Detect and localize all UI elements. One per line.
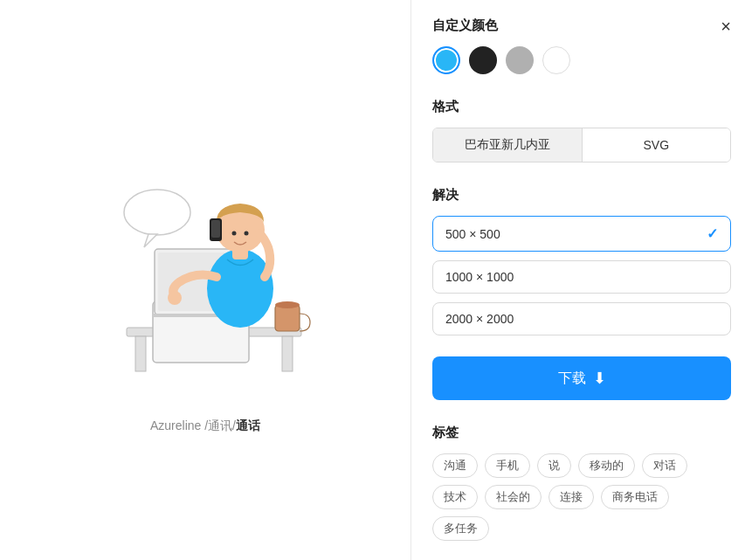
- resolution-2000-label: 2000 × 2000: [445, 312, 514, 326]
- format-btn-svg[interactable]: SVG: [583, 128, 731, 162]
- tags-wrap: 沟通手机说移动的对话技术社会的连接商务电话多任务: [432, 453, 731, 541]
- svg-rect-3: [135, 336, 146, 371]
- close-button[interactable]: ×: [714, 14, 738, 38]
- tag[interactable]: 商务电话: [601, 485, 669, 509]
- tag[interactable]: 手机: [485, 453, 530, 478]
- swatch-black[interactable]: [469, 46, 497, 74]
- svg-point-14: [232, 231, 237, 235]
- svg-marker-1: [144, 234, 157, 247]
- tags-section: 标签 沟通手机说移动的对话技术社会的连接商务电话多任务: [432, 425, 731, 541]
- resolution-1000-label: 1000 × 1000: [445, 270, 514, 284]
- color-swatches: [432, 46, 731, 74]
- swatch-gray[interactable]: [506, 46, 534, 74]
- format-section: 格式 巴布亚新几内亚 SVG: [432, 99, 731, 162]
- tag[interactable]: 社会的: [485, 485, 542, 509]
- right-panel: × 自定义颜色 格式 巴布亚新几内亚 SVG 解决 500 × 500 ✓ 10…: [410, 0, 752, 560]
- svg-point-19: [168, 291, 182, 305]
- resolution-options: 500 × 500 ✓ 1000 × 1000 2000 × 2000: [432, 216, 731, 335]
- left-panel: Azureline /通讯/通话: [0, 0, 410, 560]
- svg-rect-4: [282, 336, 293, 371]
- svg-rect-9: [275, 305, 300, 331]
- download-label: 下载: [558, 370, 586, 388]
- tag[interactable]: 说: [537, 453, 571, 478]
- svg-point-10: [275, 301, 300, 308]
- tag[interactable]: 对话: [642, 453, 687, 478]
- swatch-white[interactable]: [542, 46, 570, 74]
- resolution-2000[interactable]: 2000 × 2000: [432, 302, 731, 335]
- svg-point-15: [245, 231, 249, 235]
- breadcrumb: Azureline /通讯/通话: [150, 418, 260, 434]
- svg-point-0: [124, 190, 190, 235]
- breadcrumb-current: 通话: [236, 418, 260, 432]
- tag[interactable]: 移动的: [578, 453, 635, 478]
- resolution-500[interactable]: 500 × 500 ✓: [432, 216, 731, 252]
- format-section-title: 格式: [432, 99, 731, 115]
- illustration-svg: [74, 135, 336, 389]
- resolution-section-title: 解决: [432, 187, 731, 204]
- download-icon: ⬇: [593, 369, 606, 388]
- tag[interactable]: 连接: [548, 485, 594, 509]
- tags-section-title: 标签: [432, 425, 731, 441]
- format-btn-png[interactable]: 巴布亚新几内亚: [433, 128, 583, 162]
- resolution-500-label: 500 × 500: [445, 227, 500, 241]
- tag[interactable]: 多任务: [432, 516, 489, 541]
- format-buttons: 巴布亚新几内亚 SVG: [432, 128, 731, 162]
- svg-point-11: [207, 249, 273, 328]
- breadcrumb-prefix: Azureline /通讯/: [150, 418, 236, 432]
- resolution-section: 解决 500 × 500 ✓ 1000 × 1000 2000 × 2000: [432, 187, 731, 335]
- check-icon-500: ✓: [707, 225, 718, 242]
- download-button[interactable]: 下载 ⬇: [432, 356, 731, 400]
- resolution-1000[interactable]: 1000 × 1000: [432, 260, 731, 294]
- svg-rect-18: [211, 220, 220, 238]
- swatch-cyan[interactable]: [432, 46, 460, 74]
- tag[interactable]: 技术: [432, 485, 478, 509]
- tag[interactable]: 沟通: [432, 453, 478, 478]
- illustration-area: [57, 127, 354, 398]
- color-section-title: 自定义颜色: [432, 17, 731, 34]
